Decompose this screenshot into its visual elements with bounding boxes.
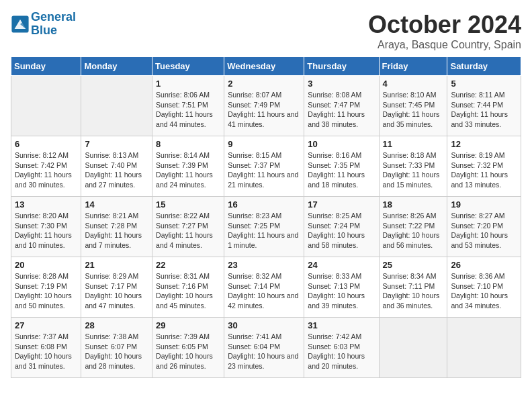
- day-cell: 22Sunrise: 8:31 AM Sunset: 7:16 PM Dayli…: [152, 257, 224, 318]
- calendar-table: SundayMondayTuesdayWednesdayThursdayFrid…: [11, 56, 521, 378]
- day-info: Sunrise: 8:34 AM Sunset: 7:11 PM Dayligh…: [383, 271, 444, 311]
- day-cell: 3Sunrise: 8:08 AM Sunset: 7:47 PM Daylig…: [304, 76, 379, 136]
- day-number: 18: [383, 199, 444, 210]
- day-cell: 5Sunrise: 8:11 AM Sunset: 7:44 PM Daylig…: [447, 76, 521, 136]
- day-number: 7: [85, 139, 148, 149]
- day-cell: 4Sunrise: 8:10 AM Sunset: 7:45 PM Daylig…: [379, 76, 447, 136]
- day-info: Sunrise: 8:13 AM Sunset: 7:40 PM Dayligh…: [85, 150, 148, 190]
- day-info: Sunrise: 8:16 AM Sunset: 7:35 PM Dayligh…: [308, 150, 375, 190]
- day-number: 28: [85, 320, 148, 330]
- day-cell: 23Sunrise: 8:32 AM Sunset: 7:14 PM Dayli…: [224, 257, 304, 318]
- day-info: Sunrise: 8:10 AM Sunset: 7:45 PM Dayligh…: [383, 90, 444, 130]
- day-number: 9: [228, 139, 300, 149]
- day-info: Sunrise: 8:28 AM Sunset: 7:19 PM Dayligh…: [15, 271, 77, 311]
- week-row-4: 20Sunrise: 8:28 AM Sunset: 7:19 PM Dayli…: [11, 257, 521, 318]
- col-header-tuesday: Tuesday: [152, 57, 224, 76]
- day-cell: 25Sunrise: 8:34 AM Sunset: 7:11 PM Dayli…: [379, 257, 447, 318]
- day-cell: 6Sunrise: 8:12 AM Sunset: 7:42 PM Daylig…: [11, 136, 81, 197]
- day-number: 6: [15, 139, 77, 149]
- day-number: 24: [308, 260, 375, 270]
- day-number: 3: [308, 79, 375, 89]
- day-number: 16: [228, 199, 300, 210]
- col-header-saturday: Saturday: [447, 57, 521, 76]
- day-number: 17: [308, 199, 375, 210]
- day-cell: [81, 76, 152, 136]
- day-cell: 12Sunrise: 8:19 AM Sunset: 7:32 PM Dayli…: [447, 136, 521, 197]
- day-number: 27: [15, 320, 77, 330]
- day-cell: 8Sunrise: 8:14 AM Sunset: 7:39 PM Daylig…: [152, 136, 224, 197]
- day-cell: 26Sunrise: 8:36 AM Sunset: 7:10 PM Dayli…: [447, 257, 521, 318]
- day-cell: 18Sunrise: 8:26 AM Sunset: 7:22 PM Dayli…: [379, 197, 447, 257]
- day-info: Sunrise: 8:12 AM Sunset: 7:42 PM Dayligh…: [15, 150, 77, 190]
- day-info: Sunrise: 8:26 AM Sunset: 7:22 PM Dayligh…: [383, 211, 444, 250]
- day-info: Sunrise: 8:15 AM Sunset: 7:37 PM Dayligh…: [228, 150, 300, 190]
- day-info: Sunrise: 8:22 AM Sunset: 7:27 PM Dayligh…: [156, 211, 220, 250]
- day-cell: 13Sunrise: 8:20 AM Sunset: 7:30 PM Dayli…: [11, 197, 81, 257]
- col-header-wednesday: Wednesday: [224, 57, 304, 76]
- day-cell: [447, 318, 521, 378]
- day-cell: 11Sunrise: 8:18 AM Sunset: 7:33 PM Dayli…: [379, 136, 447, 197]
- day-cell: 14Sunrise: 8:21 AM Sunset: 7:28 PM Dayli…: [81, 197, 152, 257]
- day-number: 10: [308, 139, 375, 149]
- day-info: Sunrise: 7:41 AM Sunset: 6:04 PM Dayligh…: [228, 332, 300, 371]
- day-info: Sunrise: 8:18 AM Sunset: 7:33 PM Dayligh…: [383, 150, 444, 190]
- week-row-5: 27Sunrise: 7:37 AM Sunset: 6:08 PM Dayli…: [11, 318, 521, 378]
- day-info: Sunrise: 8:11 AM Sunset: 7:44 PM Dayligh…: [451, 90, 517, 130]
- logo-line2: Blue: [31, 24, 57, 37]
- day-cell: 2Sunrise: 8:07 AM Sunset: 7:49 PM Daylig…: [224, 76, 304, 136]
- day-info: Sunrise: 7:39 AM Sunset: 6:05 PM Dayligh…: [156, 332, 220, 371]
- day-info: Sunrise: 8:31 AM Sunset: 7:16 PM Dayligh…: [156, 271, 220, 311]
- day-info: Sunrise: 8:32 AM Sunset: 7:14 PM Dayligh…: [228, 271, 300, 311]
- day-cell: 30Sunrise: 7:41 AM Sunset: 6:04 PM Dayli…: [224, 318, 304, 378]
- day-number: 21: [85, 260, 148, 270]
- day-cell: 10Sunrise: 8:16 AM Sunset: 7:35 PM Dayli…: [304, 136, 379, 197]
- day-cell: 31Sunrise: 7:42 AM Sunset: 6:03 PM Dayli…: [304, 318, 379, 378]
- col-header-friday: Friday: [379, 57, 447, 76]
- day-cell: [379, 318, 447, 378]
- day-number: 8: [156, 139, 220, 149]
- day-cell: 19Sunrise: 8:27 AM Sunset: 7:20 PM Dayli…: [447, 197, 521, 257]
- day-cell: 29Sunrise: 7:39 AM Sunset: 6:05 PM Dayli…: [152, 318, 224, 378]
- day-number: 31: [308, 320, 375, 330]
- day-cell: 27Sunrise: 7:37 AM Sunset: 6:08 PM Dayli…: [11, 318, 81, 378]
- col-header-monday: Monday: [81, 57, 152, 76]
- day-number: 30: [228, 320, 300, 330]
- day-number: 1: [156, 79, 220, 89]
- location: Araya, Basque Country, Spain: [368, 39, 521, 51]
- day-info: Sunrise: 8:29 AM Sunset: 7:17 PM Dayligh…: [85, 271, 148, 311]
- day-cell: 16Sunrise: 8:23 AM Sunset: 7:25 PM Dayli…: [224, 197, 304, 257]
- day-info: Sunrise: 8:07 AM Sunset: 7:49 PM Dayligh…: [228, 90, 300, 130]
- day-info: Sunrise: 8:14 AM Sunset: 7:39 PM Dayligh…: [156, 150, 220, 190]
- day-number: 2: [228, 79, 300, 89]
- day-cell: 7Sunrise: 8:13 AM Sunset: 7:40 PM Daylig…: [81, 136, 152, 197]
- week-row-2: 6Sunrise: 8:12 AM Sunset: 7:42 PM Daylig…: [11, 136, 521, 197]
- day-cell: 24Sunrise: 8:33 AM Sunset: 7:13 PM Dayli…: [304, 257, 379, 318]
- month-title: October 2024: [368, 11, 521, 39]
- day-cell: 9Sunrise: 8:15 AM Sunset: 7:37 PM Daylig…: [224, 136, 304, 197]
- day-info: Sunrise: 8:23 AM Sunset: 7:25 PM Dayligh…: [228, 211, 300, 250]
- day-info: Sunrise: 8:21 AM Sunset: 7:28 PM Dayligh…: [85, 211, 148, 250]
- day-number: 5: [451, 79, 517, 89]
- col-header-sunday: Sunday: [11, 57, 81, 76]
- day-cell: 17Sunrise: 8:25 AM Sunset: 7:24 PM Dayli…: [304, 197, 379, 257]
- logo-line1: General: [31, 10, 76, 24]
- day-info: Sunrise: 8:20 AM Sunset: 7:30 PM Dayligh…: [15, 211, 77, 250]
- logo: General Blue: [11, 11, 76, 38]
- day-number: 14: [85, 199, 148, 210]
- day-number: 22: [156, 260, 220, 270]
- logo-text: General Blue: [31, 11, 76, 38]
- day-info: Sunrise: 8:36 AM Sunset: 7:10 PM Dayligh…: [451, 271, 517, 311]
- day-number: 26: [451, 260, 517, 270]
- header-row: SundayMondayTuesdayWednesdayThursdayFrid…: [11, 57, 521, 76]
- day-number: 15: [156, 199, 220, 210]
- day-info: Sunrise: 8:08 AM Sunset: 7:47 PM Dayligh…: [308, 90, 375, 130]
- day-cell: 1Sunrise: 8:06 AM Sunset: 7:51 PM Daylig…: [152, 76, 224, 136]
- day-cell: 28Sunrise: 7:38 AM Sunset: 6:07 PM Dayli…: [81, 318, 152, 378]
- day-number: 23: [228, 260, 300, 270]
- day-info: Sunrise: 8:27 AM Sunset: 7:20 PM Dayligh…: [451, 211, 517, 250]
- day-info: Sunrise: 8:33 AM Sunset: 7:13 PM Dayligh…: [308, 271, 375, 311]
- title-block: October 2024 Araya, Basque Country, Spai…: [368, 11, 521, 51]
- day-number: 11: [383, 139, 444, 149]
- day-cell: 21Sunrise: 8:29 AM Sunset: 7:17 PM Dayli…: [81, 257, 152, 318]
- day-number: 12: [451, 139, 517, 149]
